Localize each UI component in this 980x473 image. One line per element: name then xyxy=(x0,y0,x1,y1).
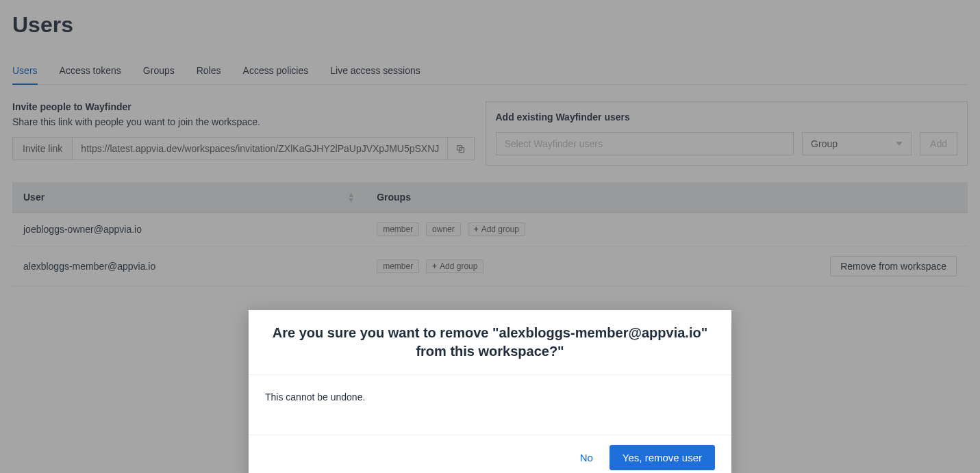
modal-footer: No Yes, remove user xyxy=(249,435,731,473)
cancel-button[interactable]: No xyxy=(575,446,599,469)
confirm-remove-button[interactable]: Yes, remove user xyxy=(610,445,715,470)
confirm-remove-modal: Are you sure you want to remove "alexblo… xyxy=(249,310,731,473)
modal-overlay[interactable]: Are you sure you want to remove "alexblo… xyxy=(0,0,980,473)
modal-title: Are you sure you want to remove "alexblo… xyxy=(265,324,715,361)
modal-header: Are you sure you want to remove "alexblo… xyxy=(249,310,731,375)
modal-body: This cannot be undone. xyxy=(249,375,731,435)
